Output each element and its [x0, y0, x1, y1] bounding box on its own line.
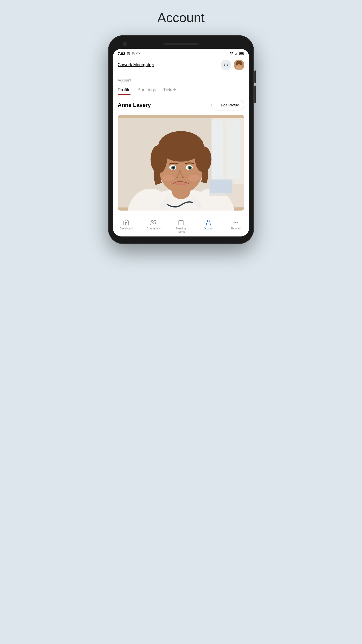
workspace-selector[interactable]: Cowork Moorgate ▾: [118, 62, 154, 67]
volume-up-button: [254, 70, 256, 83]
header-actions: [221, 60, 244, 70]
svg-rect-7: [236, 53, 236, 55]
phone-frame: 7:02 Cowork Moorgate ▾: [108, 35, 254, 244]
nav-label-account: Account: [203, 227, 213, 230]
speaker-grille: [163, 43, 199, 45]
svg-point-37: [172, 167, 174, 169]
nav-item-dashboard[interactable]: Dashboard: [113, 218, 140, 234]
user-avatar-button[interactable]: [234, 60, 244, 70]
nav-item-account[interactable]: Account: [195, 218, 222, 234]
edit-plus-icon: +: [217, 102, 219, 108]
nav-item-community[interactable]: Community: [140, 218, 167, 234]
svg-rect-8: [237, 53, 237, 55]
profile-content: Anne Lavery + Edit Profile: [113, 95, 249, 215]
no-disturb-icon: [136, 52, 140, 55]
nav-label-dashboard: Dashboard: [119, 227, 133, 230]
svg-point-18: [236, 62, 238, 65]
svg-point-19: [240, 62, 242, 65]
globe-icon: [127, 52, 130, 55]
svg-point-50: [234, 222, 235, 223]
bottom-nav: Dashboard Community: [113, 215, 249, 236]
account-icon: [205, 219, 212, 226]
sim-icon: [132, 52, 135, 55]
avatar-initials: [234, 60, 244, 70]
status-time: 7:02: [118, 51, 125, 56]
status-bar: 7:02: [113, 49, 249, 57]
volume-down-button: [254, 86, 256, 103]
phone-hardware-top: [113, 43, 249, 45]
account-section-label: Account: [118, 78, 244, 82]
front-camera: [123, 42, 127, 46]
svg-rect-11: [244, 53, 244, 54]
home-icon: [123, 219, 130, 226]
tabs-row: Profile Bookings Tickets: [118, 85, 244, 95]
nav-label-meeting-rooms: Meeting Rooms: [176, 227, 186, 233]
battery-icon: [239, 52, 244, 55]
chevron-down-icon: ▾: [152, 63, 154, 67]
svg-rect-12: [240, 53, 243, 54]
wifi-icon: [230, 52, 234, 55]
svg-rect-23: [225, 120, 240, 179]
nav-item-meeting-rooms[interactable]: Meeting Rooms: [167, 218, 195, 234]
svg-point-39: [162, 175, 174, 182]
svg-point-51: [235, 222, 236, 223]
bell-icon: [223, 62, 229, 67]
signal-icon: [235, 52, 238, 55]
svg-rect-6: [235, 54, 236, 55]
calendar-icon: [177, 219, 185, 226]
tab-tickets[interactable]: Tickets: [163, 85, 177, 95]
edit-profile-label: Edit Profile: [221, 103, 239, 107]
tab-profile[interactable]: Profile: [118, 85, 130, 95]
app-header: Cowork Moorgate ▾: [113, 57, 249, 74]
svg-line-5: [137, 52, 139, 54]
portrait-image: [118, 115, 244, 211]
svg-rect-3: [133, 53, 134, 54]
profile-header-row: Anne Lavery + Edit Profile: [118, 100, 244, 110]
tab-bookings[interactable]: Bookings: [138, 85, 156, 95]
page-title: Account: [157, 10, 205, 25]
svg-point-49: [207, 220, 209, 222]
svg-rect-9: [238, 52, 238, 55]
svg-rect-42: [210, 180, 232, 193]
account-section: Account Profile Bookings Tickets: [113, 74, 249, 95]
svg-point-44: [154, 220, 156, 222]
svg-point-40: [188, 175, 200, 182]
svg-point-43: [151, 220, 153, 222]
community-icon: [150, 219, 157, 226]
workspace-name-text: Cowork Moorgate: [118, 62, 151, 67]
user-name: Anne Lavery: [118, 102, 151, 108]
more-icon: [232, 219, 239, 226]
edit-profile-button[interactable]: + Edit Profile: [211, 100, 244, 110]
notifications-button[interactable]: [221, 60, 231, 70]
phone-screen: 7:02 Cowork Moorgate ▾: [113, 49, 249, 236]
svg-rect-2: [132, 52, 134, 55]
profile-photo: [118, 115, 244, 211]
svg-point-52: [237, 222, 238, 223]
nav-label-community: Community: [147, 227, 161, 230]
svg-rect-45: [179, 220, 183, 225]
nav-item-show-all[interactable]: Show All: [222, 218, 249, 234]
svg-point-38: [189, 167, 191, 169]
nav-label-show-all: Show All: [230, 227, 241, 230]
